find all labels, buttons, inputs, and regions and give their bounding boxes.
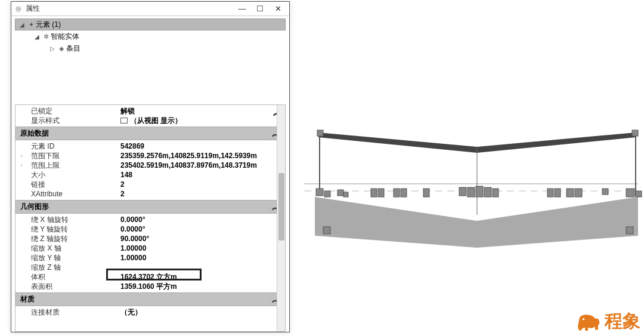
property-grid: ︽ 已锁定 解锁 显示样式 （从视图 显示） 原始数据 ︽ 元素 ID54286…	[15, 104, 286, 332]
prop-label: 缩放 X 轴	[25, 243, 120, 253]
tree-root-label: 元素 (1)	[36, 20, 61, 30]
elephant-icon	[576, 311, 601, 332]
prop-value[interactable]: 2	[120, 189, 283, 199]
property-row[interactable]: 缩放 X 轴1.00000	[18, 243, 283, 253]
svg-rect-23	[547, 189, 553, 197]
prop-label: XAttribute	[25, 189, 120, 199]
titlebar[interactable]: ◎ 属性 — ☐ ✕	[11, 2, 289, 16]
close-button[interactable]: ✕	[269, 4, 287, 13]
section-top: 已锁定 解锁 显示样式 （从视图 显示）	[16, 105, 285, 127]
maximize-button[interactable]: ☐	[251, 4, 269, 13]
prop-value[interactable]: 1624.3702 立方m	[120, 272, 283, 282]
prop-value[interactable]: 0.0000°	[120, 215, 283, 224]
svg-rect-19	[467, 187, 475, 197]
minimize-button[interactable]: —	[233, 4, 251, 13]
svg-rect-25	[566, 189, 574, 197]
tree-child[interactable]: ◢ ✲ 智能实体	[15, 30, 286, 42]
smart-entity-icon: ✲	[41, 33, 51, 41]
property-row[interactable]: 绕 Z 轴旋转90.0000°	[18, 234, 283, 243]
svg-rect-8	[632, 130, 638, 136]
property-row[interactable]: 表面积1359.1060 平方m	[18, 282, 283, 291]
svg-rect-26	[575, 189, 582, 197]
display-swatch-icon	[120, 118, 128, 124]
section-rawdata: 元素 ID542869 ›范围下限235359.2576m,140825.911…	[16, 140, 285, 200]
property-row[interactable]: 缩放 Y 轴1.00000	[18, 253, 283, 263]
property-row[interactable]: 缩放 Z 轴	[18, 263, 283, 272]
prop-value[interactable]: 542869	[120, 141, 283, 151]
prop-value[interactable]: （无）	[120, 307, 283, 317]
element-tree: ◢ ✦ 元素 (1) ◢ ✲ 智能实体 ▷ ◈ 条目	[11, 16, 289, 104]
section-header-rawdata[interactable]: 原始数据 ︽	[16, 127, 285, 140]
prop-label: 大小	[25, 170, 120, 180]
prop-value[interactable]: 解锁	[120, 106, 283, 116]
prop-value[interactable]: 1.00000	[120, 243, 283, 253]
prop-label: 缩放 Z 轴	[25, 263, 120, 272]
prop-value[interactable]: 148	[120, 170, 283, 180]
svg-marker-2	[315, 197, 638, 248]
prop-label: 表面积	[25, 282, 120, 291]
svg-rect-12	[343, 192, 348, 197]
svg-rect-17	[423, 189, 429, 197]
chevron-down-icon[interactable]: ◢	[18, 21, 26, 28]
scrollbar-thumb[interactable]	[278, 173, 284, 241]
prop-label: 范围下限	[25, 151, 120, 161]
property-row-volume[interactable]: 体积1624.3702 立方m	[18, 272, 283, 282]
property-row[interactable]: 链接2	[18, 180, 283, 189]
property-row[interactable]: XAttribute2	[18, 189, 283, 199]
prop-label: 显示样式	[25, 116, 120, 125]
window-title: 属性	[26, 4, 40, 14]
prop-label: 已锁定	[25, 106, 120, 116]
properties-panel: ◎ 属性 — ☐ ✕ ◢ ✦ 元素 (1) ◢ ✲ 智能实体 ▷ ◈ 条目 ︽ …	[11, 1, 290, 332]
property-row[interactable]: 显示样式 （从视图 显示）	[18, 116, 283, 125]
property-row[interactable]: 绕 Y 轴旋转0.0000°	[18, 224, 283, 234]
property-row[interactable]: ›范围上限235402.5919m,140837.8976m,148.3719m	[18, 161, 283, 170]
tree-child[interactable]: ▷ ◈ 条目	[15, 42, 286, 54]
model-view[interactable]	[304, 0, 644, 336]
tree-child-label: 智能实体	[51, 32, 79, 42]
section-material: 连接材质（无）	[16, 306, 285, 318]
element-icon: ✦	[26, 21, 36, 29]
svg-rect-16	[401, 189, 407, 197]
prop-label: 缩放 Y 轴	[25, 253, 120, 263]
prop-value[interactable]: 1359.1060 平方m	[120, 282, 283, 291]
property-row[interactable]: ›范围下限235359.2576m,140825.9119m,142.5939m	[18, 151, 283, 161]
prop-value[interactable]: 235402.5919m,140837.8976m,148.3719m	[120, 161, 283, 170]
scrollbar[interactable]	[277, 105, 285, 331]
property-row[interactable]: 绕 X 轴旋转0.0000°	[18, 215, 283, 224]
svg-rect-9	[316, 189, 323, 196]
prop-label: 元素 ID	[25, 141, 120, 151]
section-header-geometry[interactable]: 几何图形 ︽	[16, 200, 285, 214]
svg-rect-20	[476, 186, 483, 197]
prop-value[interactable]: 2	[120, 180, 283, 189]
section-header-material[interactable]: 材质 ︽	[16, 292, 285, 306]
svg-rect-10	[324, 191, 330, 197]
prop-value[interactable]: 90.0000°	[120, 234, 283, 243]
chevron-right-icon[interactable]: ›	[18, 161, 25, 170]
tree-root[interactable]: ◢ ✦ 元素 (1)	[15, 19, 286, 30]
brand-text: 程象	[605, 309, 640, 334]
svg-rect-15	[394, 189, 400, 197]
prop-label: 绕 Z 轴旋转	[25, 234, 120, 243]
svg-rect-7	[317, 130, 323, 136]
prop-value[interactable]: 235359.2576m,140825.9119m,142.5939m	[120, 151, 283, 161]
property-row[interactable]: 连接材质（无）	[18, 307, 283, 317]
chevron-right-icon[interactable]: ▷	[48, 45, 57, 52]
prop-value[interactable]: 1.00000	[120, 253, 283, 263]
svg-rect-11	[338, 190, 343, 196]
chevron-right-icon[interactable]: ›	[18, 151, 25, 161]
property-row[interactable]: 已锁定 解锁	[18, 106, 283, 116]
svg-rect-13	[371, 189, 377, 197]
prop-label: 连接材质	[25, 307, 120, 317]
property-row[interactable]: 大小148	[18, 170, 283, 180]
prop-label: 范围上限	[25, 161, 120, 170]
svg-rect-29	[636, 191, 642, 197]
svg-rect-14	[378, 189, 384, 197]
svg-rect-22	[493, 189, 499, 197]
viewport-3d[interactable]	[304, 0, 644, 336]
prop-label: 体积	[25, 272, 120, 282]
chevron-down-icon[interactable]: ◢	[33, 33, 41, 40]
prop-value[interactable]	[120, 263, 283, 272]
prop-value[interactable]: （从视图 显示）	[120, 116, 283, 125]
property-row[interactable]: 元素 ID542869	[18, 141, 283, 151]
prop-value[interactable]: 0.0000°	[120, 224, 283, 234]
